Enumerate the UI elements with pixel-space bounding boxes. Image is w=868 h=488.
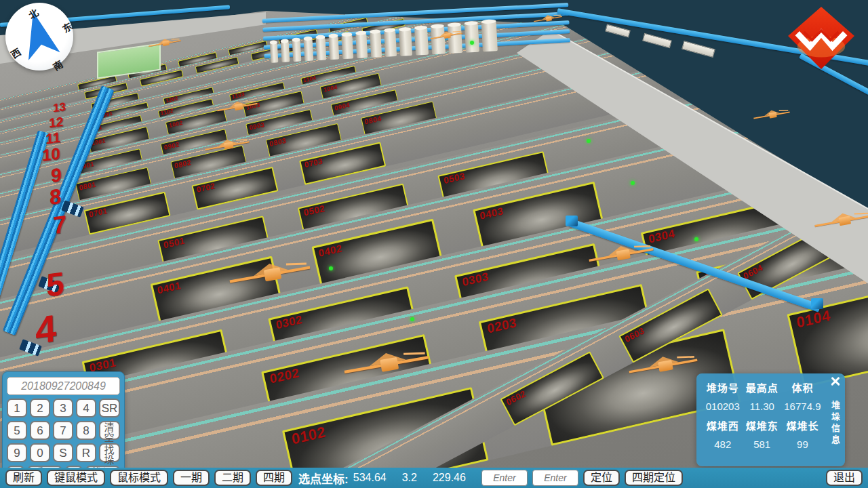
- keypad-row: 1234SR: [7, 399, 120, 418]
- coord-value-x: 534.64: [353, 472, 387, 484]
- yard-id-value: 010203: [702, 401, 744, 412]
- row-number-10: 10: [42, 145, 60, 163]
- machine-arm: [677, 356, 694, 358]
- machine-arm: [245, 101, 256, 102]
- machine-body: [264, 267, 282, 281]
- row-number-12: 12: [49, 115, 63, 130]
- coord-value-y: 3.2: [402, 472, 417, 484]
- pile-east-value: 581: [744, 439, 781, 450]
- stacker-reclaimer-machine[interactable]: [148, 36, 182, 51]
- machine-body: [380, 357, 399, 372]
- machine-arm: [172, 39, 180, 40]
- machine-body: [443, 33, 451, 39]
- company-logo-icon: [788, 7, 854, 69]
- timestamp-input[interactable]: [7, 377, 120, 395]
- machine-arm: [453, 31, 461, 33]
- selected-point-coord-label: 选点坐标:: [298, 470, 349, 487]
- machine-body: [546, 16, 552, 21]
- volume-value: 16774.9: [781, 401, 825, 412]
- pile-east-header: 煤堆东: [744, 418, 781, 432]
- toolbar-button-一期[interactable]: 一期: [173, 470, 210, 486]
- stacker-reclaimer-machine[interactable]: [627, 350, 698, 382]
- toolbar-button-刷新[interactable]: 刷新: [5, 470, 42, 486]
- machine-arm: [236, 139, 248, 140]
- keypad-key-R[interactable]: R: [76, 443, 96, 462]
- status-dot: [694, 237, 698, 241]
- status-dot: [587, 139, 591, 143]
- yard-id-header: 堆场号: [702, 380, 744, 394]
- status-dot: [329, 266, 333, 270]
- keypad-row: 90SR找垛: [7, 443, 120, 462]
- row-number-8: 8: [50, 186, 62, 208]
- keypad-key-4[interactable]: 4: [76, 399, 96, 418]
- status-dot: [410, 317, 414, 321]
- toolbar-button-鼠标模式[interactable]: 鼠标模式: [110, 470, 168, 486]
- close-icon[interactable]: [829, 375, 842, 388]
- machine-body: [616, 249, 631, 260]
- volume-header: 体积: [781, 380, 825, 394]
- status-dot: [631, 181, 635, 185]
- machine-arm: [854, 213, 868, 215]
- stacker-reclaimer-machine[interactable]: [814, 208, 868, 234]
- exit-button[interactable]: 退出: [826, 470, 863, 486]
- stacker-reclaimer-machine[interactable]: [587, 240, 654, 269]
- bottom-toolbar: 刷新键鼠模式鼠标模式一期二期四期选点坐标:534.643.2229.46定位四期…: [0, 468, 868, 488]
- coord-enter-input-2[interactable]: [532, 470, 578, 486]
- keypad-key-1[interactable]: 1: [7, 399, 27, 418]
- keypad-key-5[interactable]: 5: [7, 421, 27, 440]
- row-number-4: 4: [35, 309, 57, 350]
- stacker-reclaimer-machine[interactable]: [429, 28, 463, 43]
- stacker-reclaimer-machine[interactable]: [216, 98, 258, 116]
- machine-body: [658, 360, 673, 372]
- stacker-reclaimer-machine[interactable]: [204, 136, 250, 156]
- coord-value-z: 229.46: [433, 472, 466, 484]
- pile-info-panel: 堆场号 最高点 体积 010203 11.30 16774.9 煤堆西 煤堆东 …: [696, 373, 845, 466]
- toolbar-button-键鼠模式[interactable]: 键鼠模式: [47, 470, 105, 486]
- machine-arm: [634, 245, 650, 247]
- keypad-key-6[interactable]: 6: [30, 421, 50, 440]
- peak-value: 11.30: [744, 401, 781, 412]
- row-number-5: 5: [46, 267, 64, 302]
- pile-info-grid: 堆场号 最高点 体积 010203 11.30 16774.9 煤堆西 煤堆东 …: [702, 380, 825, 450]
- machine-arm: [286, 262, 307, 265]
- pile-length-value: 99: [781, 439, 825, 450]
- stacker-reclaimer-machine[interactable]: [228, 256, 312, 293]
- keypad-key-S[interactable]: S: [53, 443, 73, 462]
- keypad-key-SR[interactable]: SR: [99, 399, 120, 418]
- compass[interactable]: 北 东 西 南: [5, 3, 73, 70]
- machine-body: [769, 112, 777, 118]
- row-number-13: 13: [53, 101, 66, 114]
- pile-west-header: 煤堆西: [702, 418, 744, 432]
- stacker-reclaimer-machine[interactable]: [753, 107, 791, 123]
- machine-body: [839, 216, 852, 226]
- keypad-key-7[interactable]: 7: [53, 421, 73, 440]
- status-dot: [470, 41, 474, 45]
- keypad-key-9[interactable]: 9: [7, 443, 27, 462]
- keypad-key-找垛[interactable]: 找垛: [99, 443, 120, 462]
- toolbar-button-二期[interactable]: 二期: [214, 470, 251, 486]
- pile-west-value: 482: [702, 439, 744, 450]
- keypad-key-8[interactable]: 8: [76, 421, 96, 440]
- keypad-row: 5678清空: [7, 421, 120, 440]
- toolbar-button-四期定位[interactable]: 四期定位: [625, 470, 683, 486]
- coal-yard-3d-viewer: 1301120112021101110211031104100110021003…: [0, 0, 868, 488]
- keypad-key-0[interactable]: 0: [30, 443, 50, 462]
- row-number-7: 7: [53, 212, 67, 239]
- machine-arm: [403, 352, 425, 355]
- keypad-key-3[interactable]: 3: [53, 399, 73, 418]
- keypad-key-清空[interactable]: 清空: [99, 421, 120, 440]
- keypad-key-2[interactable]: 2: [30, 399, 50, 418]
- toolbar-button-定位[interactable]: 定位: [583, 470, 620, 486]
- coord-enter-input-1[interactable]: [481, 470, 528, 486]
- toolbar-button-四期[interactable]: 四期: [256, 470, 292, 486]
- machine-body: [162, 41, 170, 46]
- row-number-9: 9: [51, 165, 62, 186]
- machine-body: [224, 142, 234, 150]
- machine-arm: [553, 15, 561, 16]
- stacker-reclaimer-machine[interactable]: [342, 345, 431, 384]
- peak-header: 最高点: [744, 380, 781, 394]
- stacker-reclaimer-machine[interactable]: [533, 12, 562, 25]
- panel-side-label: 堆垛信息: [829, 401, 842, 447]
- machine-arm: [779, 110, 789, 111]
- pile-length-header: 煤堆长: [781, 418, 825, 432]
